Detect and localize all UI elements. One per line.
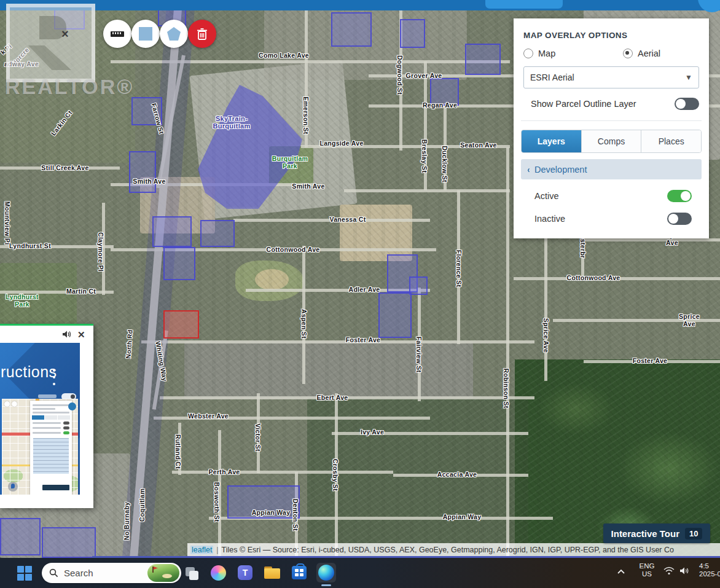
- selected-parcel[interactable]: [163, 310, 199, 339]
- map-label: Langside Ave: [319, 139, 363, 147]
- radio-aerial-label[interactable]: Aerial: [638, 49, 660, 58]
- microsoft-store-button[interactable]: [289, 563, 309, 582]
- video-close-icon[interactable]: ✕: [77, 329, 85, 340]
- video-frame[interactable]: ructions: [0, 343, 80, 495]
- development-parcel[interactable]: [400, 19, 425, 48]
- store-icon: [292, 566, 307, 579]
- tab-layers[interactable]: Layers: [522, 130, 582, 152]
- pentagon-icon: [166, 26, 182, 42]
- language-indicator[interactable]: ENGUS: [638, 562, 656, 578]
- map-label: Breslay St: [421, 139, 428, 173]
- development-parcel[interactable]: [152, 216, 192, 247]
- map-label: Dogwood St: [396, 55, 404, 95]
- mini-overlay-panel: [30, 401, 72, 495]
- development-parcel[interactable]: [331, 12, 372, 47]
- map-label: Grover Ave: [406, 72, 442, 79]
- map-label: Accacia Ave: [437, 471, 477, 478]
- measure-tool-button[interactable]: [103, 20, 131, 48]
- volume-icon[interactable]: [679, 566, 691, 575]
- edge-browser-button[interactable]: [316, 563, 336, 582]
- layer-active-toggle[interactable]: [667, 190, 692, 202]
- map-label: Mountview Pl: [4, 202, 11, 245]
- parcel-outline-toggle[interactable]: [675, 98, 699, 110]
- wifi-icon[interactable]: [663, 566, 675, 575]
- tab-places[interactable]: Places: [641, 130, 701, 152]
- kebab-menu-icon[interactable]: [53, 369, 55, 385]
- mini-zoom-controls: [4, 401, 17, 407]
- interactive-tour-button[interactable]: Interactive Tour 10: [603, 523, 710, 543]
- radio-aerial[interactable]: Aerial: [623, 49, 660, 58]
- edge-active-indicator: [321, 584, 331, 586]
- tab-comps[interactable]: Comps: [582, 130, 642, 152]
- video-progress-line: [0, 324, 93, 326]
- development-parcel[interactable]: [163, 247, 195, 280]
- map-label: Vanessa Ct: [329, 216, 366, 223]
- map-label: No Burnaby: [123, 502, 130, 541]
- copilot-icon: [211, 565, 226, 581]
- map-label: Emerson St: [302, 96, 310, 134]
- draw-rectangle-button[interactable]: [131, 20, 160, 48]
- teams-button[interactable]: T: [235, 563, 255, 582]
- map-label: Lyndhurst Park: [6, 293, 39, 308]
- panel-tabs: Layers Comps Places: [521, 130, 702, 153]
- copilot-button[interactable]: [208, 563, 228, 582]
- development-section-header[interactable]: ‹ Development: [521, 159, 702, 179]
- realtor-watermark: × REALTOR®: [5, 2, 103, 104]
- map-attribution: leaflet | Tiles © Esri — Source: Esri, i…: [187, 543, 720, 556]
- file-explorer-button[interactable]: [262, 563, 282, 582]
- video-screenshot: [2, 399, 78, 495]
- map-label: Crosby St: [332, 459, 339, 491]
- map-label: Appian Way: [252, 509, 291, 516]
- watermark-close-icon[interactable]: ×: [61, 27, 69, 41]
- delete-shapes-button[interactable]: [188, 20, 216, 48]
- map-label: Smith Ave: [133, 178, 165, 185]
- video-user-row: [38, 394, 57, 398]
- tray-chevron-up-icon[interactable]: [616, 566, 627, 578]
- radio-map[interactable]: Map: [523, 49, 623, 58]
- map-label: Burquitlam Park: [272, 155, 308, 170]
- taskbar-search[interactable]: Search: [42, 563, 181, 583]
- search-icon: [49, 568, 58, 578]
- layer-inactive-label: Inactive: [534, 214, 565, 224]
- search-highlight-image[interactable]: [147, 564, 179, 582]
- basemap-selected-value: ESRI Aerial: [530, 73, 574, 82]
- map-label: Regan Ave: [423, 101, 457, 109]
- video-title-fragment: ructions: [1, 363, 57, 381]
- development-parcel[interactable]: [465, 44, 501, 75]
- development-parcel[interactable]: [42, 527, 96, 558]
- interactive-tour-label: Interactive Tour: [611, 528, 679, 539]
- development-parcel[interactable]: [409, 276, 428, 295]
- radio-map-circle[interactable]: [523, 49, 533, 58]
- draw-polygon-button[interactable]: [160, 20, 188, 48]
- map-label: Bosworth St: [213, 482, 221, 522]
- start-button[interactable]: [17, 566, 32, 581]
- teams-icon: T: [238, 565, 252, 580]
- map-label: Lyndhurst St: [9, 242, 51, 249]
- layer-inactive-toggle[interactable]: [667, 213, 692, 225]
- speaker-icon[interactable]: [62, 330, 72, 341]
- edge-icon: [318, 565, 334, 581]
- development-section-title: Development: [534, 165, 587, 174]
- mini-tour-button: [42, 485, 69, 490]
- ruler-icon: [109, 26, 125, 42]
- realtor-logo: [6, 4, 95, 82]
- map-label: Denton St: [292, 499, 299, 531]
- development-parcel[interactable]: [200, 220, 235, 247]
- rectangle-icon: [139, 27, 152, 41]
- development-parcel[interactable]: [0, 518, 41, 555]
- development-parcel[interactable]: [129, 151, 156, 193]
- top-bar: [0, 0, 720, 10]
- mini-panel-button: [68, 402, 76, 410]
- development-parcel[interactable]: [378, 292, 412, 338]
- attribution-text: Tiles © Esri — Source: Esri, i-cubed, US…: [222, 546, 674, 554]
- radio-aerial-circle[interactable]: [623, 49, 633, 58]
- radio-map-label[interactable]: Map: [538, 49, 555, 58]
- taskbar-clock[interactable]: 4:52025-0: [699, 562, 720, 578]
- logo-shape: [28, 45, 71, 70]
- map-label: Ducklow St: [441, 146, 448, 182]
- map-label: Ivy Ave: [361, 428, 384, 436]
- basemap-select[interactable]: ESRI Aerial ▼: [523, 66, 699, 88]
- leaflet-link[interactable]: leaflet: [190, 546, 213, 554]
- task-view-button[interactable]: [181, 563, 201, 582]
- mini-location-pin: [8, 482, 18, 492]
